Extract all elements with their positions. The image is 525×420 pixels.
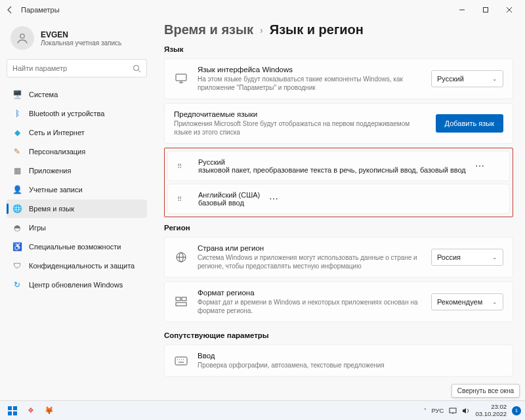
taskbar-app-icon[interactable]: ❖ (24, 404, 38, 418)
notifications-icon[interactable]: 1 (512, 406, 521, 415)
taskbar: ❖ 🦊 ˆ РУС 23:02 03.10.2022 1 (0, 400, 525, 420)
svg-rect-11 (176, 297, 180, 301)
minimize-button[interactable] (450, 1, 474, 19)
svg-rect-22 (8, 411, 12, 415)
svg-rect-14 (175, 357, 187, 365)
section-language-heading: Язык (164, 45, 513, 53)
sidebar-item[interactable]: 🌐Время и язык (7, 200, 147, 218)
drag-handle-icon[interactable]: ⠿ (177, 165, 189, 168)
nav-label: Bluetooth и устройства (29, 110, 104, 117)
format-dropdown[interactable]: Рекомендуем ⌄ (431, 293, 503, 310)
language-desc: языковой пакет, преобразование текста в … (198, 166, 466, 174)
svg-point-2 (20, 34, 24, 38)
nav-list: 🖥️СистемаᛒBluetooth и устройства◆Сеть и … (7, 85, 147, 294)
sidebar-item[interactable]: ♿Специальные возможности (7, 238, 147, 256)
drag-handle-icon[interactable]: ⠿ (177, 198, 189, 201)
svg-rect-13 (176, 303, 186, 306)
avatar (10, 26, 34, 50)
add-language-button[interactable]: Добавить язык (436, 114, 503, 133)
svg-rect-24 (450, 408, 456, 413)
nav-label: Время и язык (29, 205, 74, 213)
maximize-button[interactable] (474, 1, 497, 19)
sidebar-item[interactable]: 🛡Конфиденциальность и защита (7, 257, 147, 275)
sidebar-item[interactable]: ᛒBluetooth и устройства (7, 104, 147, 123)
close-button[interactable] (497, 1, 521, 19)
more-button[interactable]: ⋯ (269, 194, 279, 204)
language-item[interactable]: ⠿ Английский (США) базовый ввод ⋯ (167, 184, 510, 214)
chevron-down-icon: ⌄ (492, 299, 497, 305)
sidebar-item[interactable]: ▦Приложения (7, 161, 147, 180)
breadcrumb-parent[interactable]: Время и язык (164, 22, 253, 37)
user-name: EVGEN (41, 30, 121, 39)
sidebar-item[interactable]: 🖥️Система (7, 85, 147, 104)
network-icon[interactable] (449, 408, 457, 414)
nav-label: Игры (29, 224, 46, 232)
search-input[interactable] (12, 64, 133, 72)
back-button[interactable] (4, 3, 17, 16)
search-box[interactable] (7, 59, 147, 77)
svg-line-4 (138, 70, 141, 72)
more-button[interactable]: ⋯ (475, 161, 485, 171)
language-list-highlight: ⠿ Русский языковой пакет, преобразование… (164, 148, 513, 217)
svg-rect-23 (13, 411, 17, 415)
nav-icon: ↻ (12, 280, 22, 290)
volume-icon[interactable] (462, 408, 470, 414)
language-desc: базовый ввод (198, 199, 260, 207)
tray-datetime[interactable]: 23:02 03.10.2022 (475, 404, 507, 417)
format-title: Формат региона (198, 289, 422, 297)
sidebar-item[interactable]: 👤Учетные записи (7, 180, 147, 199)
sidebar-item[interactable]: ◓Игры (7, 219, 147, 237)
nav-label: Специальные возможности (29, 243, 121, 251)
preferred-desc: Приложения Microsoft Store будут отображ… (174, 119, 427, 136)
input-card[interactable]: Ввод Проверка орфографии, автозамена, те… (164, 345, 513, 377)
language-item[interactable]: ⠿ Русский языковой пакет, преобразование… (167, 151, 510, 181)
country-value: Россия (437, 253, 461, 261)
svg-rect-12 (182, 297, 186, 301)
user-block[interactable]: EVGEN Локальная учетная запись (7, 22, 147, 59)
input-title: Ввод (198, 352, 503, 360)
nav-label: Сеть и Интернет (29, 129, 85, 136)
nav-icon: ◓ (12, 222, 22, 233)
keyboard-icon (174, 356, 188, 366)
nav-icon: 👤 (12, 184, 22, 195)
sidebar-item[interactable]: ◆Сеть и Интернет (7, 123, 147, 142)
display-language-desc: На этом языке будут показываться такие к… (198, 75, 422, 92)
section-region-heading: Регион (164, 224, 513, 232)
sidebar: EVGEN Локальная учетная запись 🖥️Система… (0, 20, 152, 404)
language-name: Английский (США) (198, 191, 260, 199)
preferred-title: Предпочитаемые языки (174, 110, 427, 118)
display-language-value: Русский (437, 75, 464, 83)
country-card: Страна или регион Система Windows и прил… (164, 237, 513, 278)
nav-icon: 🌐 (12, 203, 22, 214)
svg-point-3 (134, 65, 139, 70)
nav-icon: 🖥️ (12, 89, 22, 100)
sidebar-item[interactable]: ↻Центр обновления Windows (7, 276, 147, 294)
nav-icon: ▦ (12, 165, 22, 176)
nav-icon: 🛡 (12, 261, 22, 271)
title-bar: Параметры (0, 0, 525, 20)
tray-lang[interactable]: РУС (431, 407, 444, 414)
country-desc: Система Windows и приложения могут испол… (198, 253, 422, 270)
svg-rect-5 (176, 74, 186, 81)
breadcrumb: Время и язык › Язык и регион (164, 22, 513, 37)
nav-icon: ᛒ (12, 108, 22, 119)
svg-rect-20 (8, 406, 12, 410)
globe-icon (174, 251, 188, 263)
user-sub: Локальная учетная запись (41, 39, 121, 47)
display-language-card: Язык интерфейса Windows На этом языке бу… (164, 58, 513, 99)
tray-chevron-icon[interactable]: ˆ (424, 407, 426, 414)
sidebar-item[interactable]: ✎Персонализация (7, 142, 147, 161)
taskbar-app-icon[interactable]: 🦊 (42, 404, 56, 418)
region-format-icon (174, 297, 188, 307)
country-dropdown[interactable]: Россия ⌄ (431, 249, 503, 266)
nav-icon: ◆ (12, 127, 22, 138)
nav-icon: ♿ (12, 242, 22, 252)
format-value: Рекомендуем (437, 298, 482, 306)
svg-rect-21 (13, 406, 17, 410)
chevron-down-icon: ⌄ (492, 254, 497, 261)
tray-tooltip: Свернуть все окна (452, 384, 520, 398)
nav-label: Конфиденциальность и защита (29, 262, 135, 270)
display-language-dropdown[interactable]: Русский ⌄ (431, 70, 503, 87)
start-button[interactable] (5, 404, 20, 418)
section-related-heading: Сопутствующие параметры (164, 331, 513, 339)
